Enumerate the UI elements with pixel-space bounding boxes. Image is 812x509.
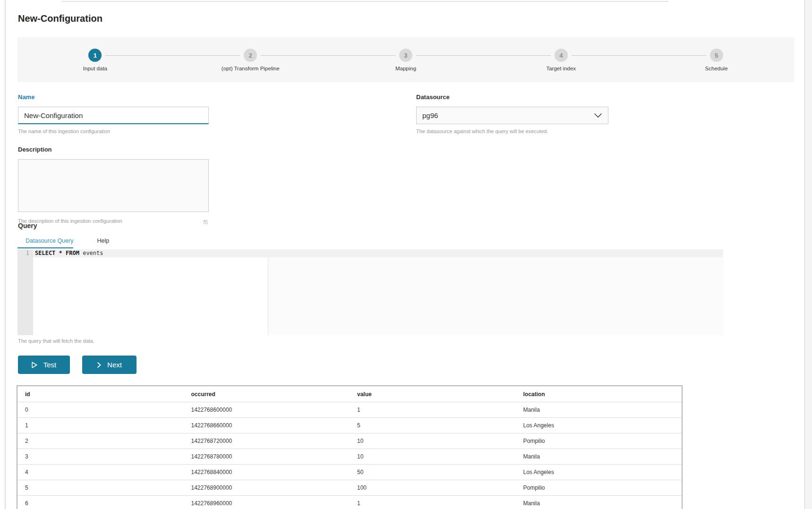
test-button-label: Test (43, 361, 57, 369)
table-row: 014227686000001Manila (17, 402, 682, 418)
step-number-circle: 3 (399, 49, 412, 62)
table-cell: 1422768780000 (184, 449, 350, 465)
description-label: Description (18, 146, 209, 153)
table-cell: Manila (516, 402, 682, 418)
column-header-id: id (17, 386, 184, 402)
step-label: Mapping (328, 66, 484, 71)
sql-code-editor[interactable]: 1 SELECT * FROM events (17, 249, 723, 335)
table-row: 4142276884000050Los Angeles (17, 465, 682, 480)
column-header-occurred: occurred (184, 386, 350, 402)
table-cell: 6 (17, 496, 184, 509)
table-row: 114227686600005Los Angeles (17, 418, 682, 433)
active-tab-underline (17, 247, 73, 248)
table-cell: 1422768840000 (184, 465, 350, 480)
step-label: Target index (483, 66, 639, 71)
wizard-step-target-index[interactable]: 4Target index (483, 37, 639, 82)
next-button-label: Next (107, 361, 122, 369)
editor-active-line (17, 249, 723, 257)
name-help-text: The name of this ingestion configuration (18, 128, 209, 134)
table-cell: Pompilio (516, 433, 682, 449)
test-button[interactable]: Test (18, 356, 70, 374)
column-header-value: value (350, 386, 516, 402)
wizard-step-schedule[interactable]: 5Schedule (639, 37, 794, 82)
step-number-circle: 2 (244, 49, 257, 62)
description-field-group: Description The description of this inge… (18, 146, 209, 224)
table-cell: 100 (350, 480, 516, 496)
vertical-scrollbar[interactable] (804, 0, 812, 509)
table-cell: 1422768660000 (184, 418, 350, 433)
table-cell: Manila (516, 496, 682, 509)
table-cell: 10 (350, 433, 516, 449)
next-button[interactable]: Next (82, 356, 137, 374)
query-results-table: idoccurredvaluelocation 014227686000001M… (17, 385, 683, 509)
step-label: Input data (17, 66, 173, 71)
datasource-help-text: The datasource against which the query w… (416, 128, 608, 134)
editor-code-line: SELECT * FROM events (35, 249, 103, 257)
table-cell: Los Angeles (516, 418, 682, 433)
datasource-selected-value: pg96 (422, 111, 438, 119)
editor-line-number: 1 (17, 249, 33, 257)
table-row: 614227689600001Manila (17, 496, 682, 509)
chevron-right-icon (97, 362, 101, 368)
step-number-circle: 4 (555, 49, 568, 62)
datasource-label: Datasource (416, 93, 608, 101)
table-row: 2142276872000010Pompilio (17, 433, 682, 449)
table-cell: Manila (516, 449, 682, 465)
table-cell: 1 (17, 418, 184, 433)
table-cell: Pompilio (516, 480, 682, 496)
table-cell: 1422768900000 (184, 480, 350, 496)
name-label: Name (18, 93, 209, 101)
column-header-location: location (516, 386, 682, 402)
query-section-label: Query (18, 222, 37, 229)
table-cell: 1422768960000 (184, 496, 350, 509)
table-cell: 1 (350, 496, 516, 509)
step-number-circle: 1 (88, 49, 102, 62)
results-table-body: 014227686000001Manila114227686600005Los … (17, 402, 682, 509)
top-divider (61, 1, 668, 2)
results-table-header: idoccurredvaluelocation (17, 386, 682, 402)
datasource-field-group: Datasource pg96 The datasource against w… (416, 93, 608, 134)
description-textarea[interactable] (18, 159, 209, 212)
table-cell: 1422768720000 (184, 433, 350, 449)
table-cell: 3 (17, 449, 184, 465)
datasource-select[interactable]: pg96 (416, 107, 608, 124)
left-panel-edge (5, 0, 6, 509)
editor-gutter: 1 (17, 249, 33, 335)
table-cell: 5 (17, 480, 184, 496)
table-cell: 5 (350, 418, 516, 433)
step-label: Schedule (639, 66, 794, 71)
description-help-text: The description of this ingestion config… (18, 218, 209, 224)
table-cell: 4 (17, 465, 184, 480)
table-cell: 10 (350, 449, 516, 465)
table-cell: 50 (350, 465, 516, 480)
table-row: 3142276878000010Manila (17, 449, 682, 465)
tab-help[interactable]: Help (97, 238, 109, 244)
editor-print-margin-line (268, 257, 268, 335)
table-cell: Los Angeles (516, 465, 682, 480)
step-label: (opt) Transform Pipeline (173, 66, 328, 71)
page-title: New-Configuration (18, 13, 103, 24)
chevron-down-icon (594, 111, 602, 119)
name-input[interactable] (18, 107, 209, 124)
query-tabs: Datasource QueryHelp (26, 238, 109, 244)
play-outline-icon (32, 362, 37, 368)
resize-handle-icon[interactable] (204, 220, 208, 224)
wizard-step-input-data[interactable]: 1Input data (17, 37, 173, 82)
table-cell: 0 (17, 402, 184, 418)
table-row: 51422768900000100Pompilio (17, 480, 682, 496)
table-cell: 1 (350, 402, 516, 418)
wizard-stepper: 1Input data2(opt) Transform Pipeline3Map… (17, 37, 794, 82)
query-help-text: The query that will fetch the data. (18, 338, 94, 344)
editor-print-margin-zone (268, 257, 723, 335)
table-cell: 2 (17, 433, 184, 449)
step-number-circle: 5 (710, 49, 723, 62)
wizard-step--opt-transform-pipeline[interactable]: 2(opt) Transform Pipeline (173, 37, 328, 82)
wizard-step-mapping[interactable]: 3Mapping (328, 37, 484, 82)
table-cell: 1422768600000 (184, 402, 350, 418)
name-field-group: Name The name of this ingestion configur… (18, 93, 209, 134)
tab-datasource-query[interactable]: Datasource Query (26, 238, 73, 244)
